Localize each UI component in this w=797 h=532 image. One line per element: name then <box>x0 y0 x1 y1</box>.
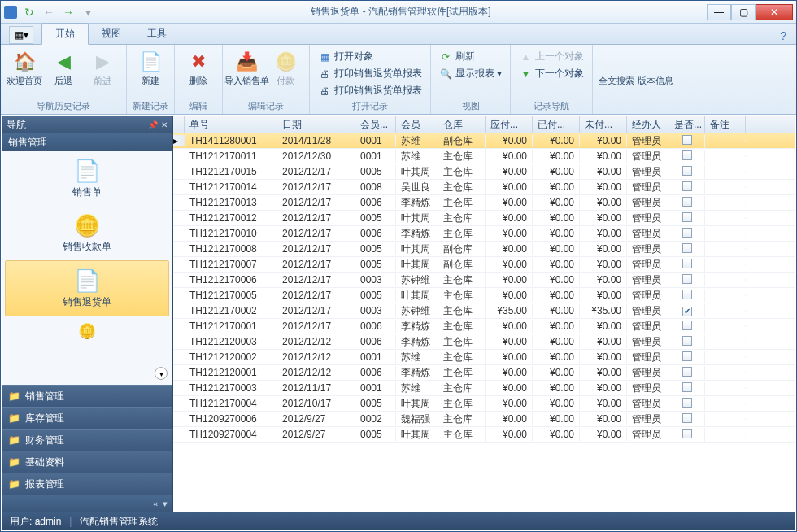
table-row[interactable]: TH12121700012012/12/170006李精炼主仓库¥0.00¥0.… <box>173 319 795 334</box>
tab-start[interactable]: 开始 <box>41 23 89 45</box>
table-row[interactable]: TH12121700022012/12/170003苏钟维主仓库¥35.00¥0… <box>173 303 795 319</box>
col-header[interactable]: 应付... <box>486 116 533 133</box>
row-selector-header[interactable] <box>173 116 185 133</box>
checkbox-icon[interactable] <box>682 367 692 377</box>
nav-menu-icon[interactable]: ▾ <box>163 499 168 509</box>
cell-checked[interactable] <box>669 366 705 380</box>
col-header[interactable]: 单号 <box>185 116 277 133</box>
table-row[interactable]: TH12121700112012/12/300001苏维主仓库¥0.00¥0.0… <box>173 149 795 164</box>
tab-view[interactable]: 视图 <box>89 24 134 44</box>
cell-checked[interactable] <box>669 242 705 256</box>
table-row[interactable]: TH12121200012012/12/120006李精炼主仓库¥0.00¥0.… <box>173 365 795 381</box>
table-row[interactable]: TH12121700082012/12/170005叶其周副仓库¥0.00¥0.… <box>173 242 795 257</box>
cell-checked[interactable] <box>669 150 705 164</box>
checkbox-icon[interactable] <box>682 413 692 423</box>
nav-collapse-icon[interactable]: « <box>153 499 158 508</box>
table-row[interactable]: TH12121200032012/12/120006李精炼主仓库¥0.00¥0.… <box>173 334 795 350</box>
table-row[interactable]: TH12121700122012/12/170005叶其周主仓库¥0.00¥0.… <box>173 211 795 226</box>
table-row[interactable]: TH12121700142012/12/170008吴世良主仓库¥0.00¥0.… <box>173 180 795 195</box>
checkbox-icon[interactable] <box>682 228 692 238</box>
tab-tools[interactable]: 工具 <box>134 24 180 44</box>
checkbox-icon[interactable] <box>682 321 692 330</box>
checkbox-icon[interactable] <box>682 150 692 160</box>
checkbox-icon[interactable] <box>682 398 692 408</box>
checkbox-icon[interactable]: ✔ <box>682 307 692 316</box>
col-header[interactable]: 经办人 <box>627 116 669 133</box>
nav-category[interactable]: 📁基础资料 <box>2 451 172 473</box>
table-row[interactable]: TH12121700062012/12/170003苏钟维主仓库¥0.00¥0.… <box>173 273 795 288</box>
checkbox-icon[interactable] <box>682 429 692 438</box>
open-object-link[interactable]: ▦打开对象 <box>315 48 425 65</box>
cell-checked[interactable] <box>669 258 705 272</box>
cell-checked[interactable] <box>669 320 705 334</box>
refresh-link[interactable]: ⟳刷新 <box>436 48 505 65</box>
table-row[interactable]: TH12121700042012/10/170005叶其周主仓库¥0.00¥0.… <box>173 396 795 412</box>
col-header[interactable]: 仓库 <box>438 116 486 133</box>
table-row[interactable]: TH12092700042012/9/270005叶其周主仓库¥0.00¥0.0… <box>173 427 795 443</box>
print-report2-link[interactable]: 🖨打印销售退货单报表 <box>315 82 425 99</box>
grid-body[interactable]: ▸TH14112800012014/11/280001苏维副仓库¥0.00¥0.… <box>173 133 795 512</box>
cell-checked[interactable] <box>669 134 705 148</box>
nav-category[interactable]: 📁销售管理 <box>2 385 172 407</box>
version-info-button[interactable]: 版本信息 <box>637 46 674 91</box>
close-button[interactable]: ✕ <box>756 4 793 20</box>
cell-checked[interactable] <box>669 412 705 426</box>
nav-item-more[interactable]: 🪙 <box>2 316 172 346</box>
back-button[interactable]: ◀后退 <box>45 46 82 91</box>
table-row[interactable]: ▸TH14112800012014/11/280001苏维副仓库¥0.00¥0.… <box>173 133 795 149</box>
nav-section-header[interactable]: 销售管理 <box>2 133 172 151</box>
cell-checked[interactable] <box>669 211 705 225</box>
col-header[interactable]: 已付... <box>533 116 580 133</box>
table-row[interactable]: TH12121200022012/12/120001苏维主仓库¥0.00¥0.0… <box>173 350 795 365</box>
table-row[interactable]: TH12121700102012/12/170006李精炼主仓库¥0.00¥0.… <box>173 226 795 242</box>
expand-icon[interactable]: ▾ <box>155 367 168 380</box>
cell-checked[interactable]: ✔ <box>669 304 705 317</box>
checkbox-icon[interactable] <box>682 197 692 207</box>
cell-checked[interactable] <box>669 428 705 442</box>
maximize-button[interactable]: ▢ <box>731 4 756 20</box>
file-menu-button[interactable]: ▦▾ <box>9 26 33 44</box>
cell-checked[interactable] <box>669 335 705 349</box>
nav-category[interactable]: 📁库存管理 <box>2 407 172 429</box>
help-icon[interactable]: ? <box>777 28 790 44</box>
cell-checked[interactable] <box>669 289 705 303</box>
table-row[interactable]: TH12121700132012/12/170006李精炼主仓库¥0.00¥0.… <box>173 195 795 211</box>
checkbox-icon[interactable] <box>682 135 692 145</box>
checkbox-icon[interactable] <box>682 290 692 299</box>
table-row[interactable]: TH12121700032012/11/170001苏维主仓库¥0.00¥0.0… <box>173 381 795 396</box>
cell-checked[interactable] <box>669 351 705 364</box>
minimize-button[interactable]: — <box>707 4 731 20</box>
home-button[interactable]: 🏠欢迎首页 <box>6 46 43 91</box>
show-report-link[interactable]: 🔍显示报表 ▾ <box>436 65 505 82</box>
checkbox-icon[interactable] <box>682 166 692 176</box>
table-row[interactable]: TH12121700152012/12/170005叶其周主仓库¥0.00¥0.… <box>173 164 795 180</box>
qat-forward-icon[interactable]: → <box>61 5 76 20</box>
nav-close-icon[interactable]: ✕ <box>161 120 168 129</box>
nav-item-return[interactable]: 📄 销售退货单 <box>5 260 169 316</box>
delete-button[interactable]: ✖删除 <box>180 46 217 91</box>
cell-checked[interactable] <box>669 273 705 287</box>
new-button[interactable]: 📄新建 <box>132 46 169 91</box>
next-object-link[interactable]: ▼下一个对象 <box>516 65 587 82</box>
checkbox-icon[interactable] <box>682 274 692 284</box>
fulltext-search-button[interactable]: 全文搜索 <box>598 46 635 91</box>
checkbox-icon[interactable] <box>682 259 692 268</box>
import-button[interactable]: 📥导入销售单 <box>228 46 265 91</box>
table-row[interactable]: TH12121700052012/12/170005叶其周主仓库¥0.00¥0.… <box>173 288 795 303</box>
qat-back-icon[interactable]: ← <box>41 5 56 20</box>
checkbox-icon[interactable] <box>682 243 692 253</box>
checkbox-icon[interactable] <box>682 212 692 222</box>
checkbox-icon[interactable] <box>682 351 692 361</box>
col-header[interactable]: 日期 <box>277 116 355 133</box>
print-report1-link[interactable]: 🖨打印销售退货单报表 <box>315 65 425 82</box>
cell-checked[interactable] <box>669 227 705 241</box>
table-row[interactable]: TH12092700062012/9/270002魏福强主仓库¥0.00¥0.0… <box>173 412 795 427</box>
pin-icon[interactable]: 📌 <box>148 120 158 129</box>
cell-checked[interactable] <box>669 181 705 194</box>
col-header[interactable]: 会员... <box>355 116 396 133</box>
cell-checked[interactable] <box>669 382 705 395</box>
nav-category[interactable]: 📁财务管理 <box>2 429 172 451</box>
checkbox-icon[interactable] <box>682 336 692 346</box>
checkbox-icon[interactable] <box>682 181 692 191</box>
table-row[interactable]: TH12121700072012/12/170005叶其周副仓库¥0.00¥0.… <box>173 257 795 273</box>
